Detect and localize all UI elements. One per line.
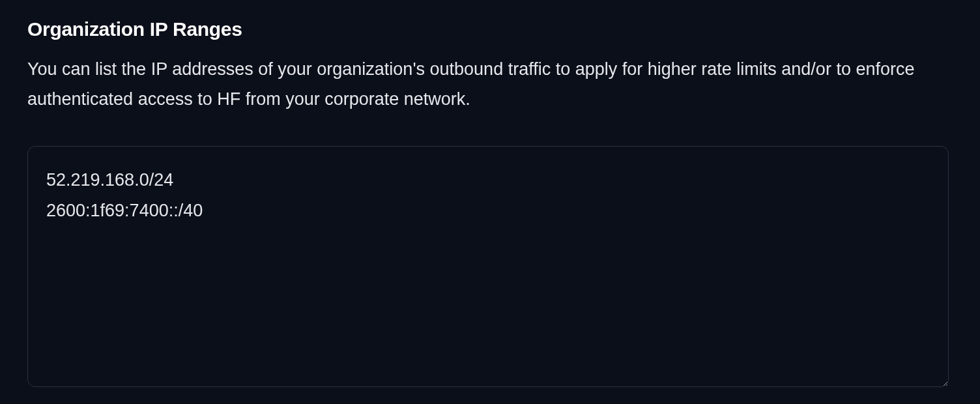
section-title: Organization IP Ranges [27,18,953,40]
ip-ranges-textarea[interactable] [27,146,949,387]
section-description: You can list the IP addresses of your or… [27,55,946,115]
